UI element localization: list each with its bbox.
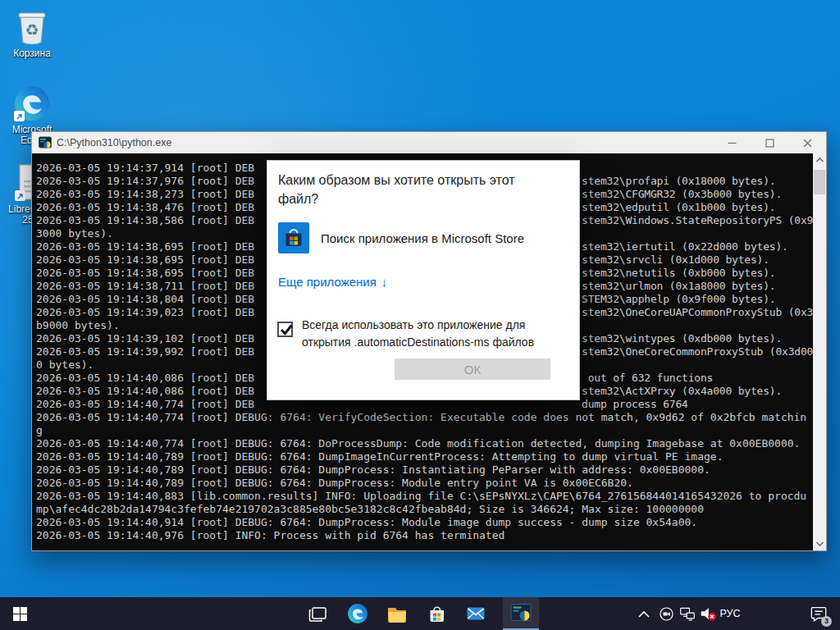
store-option-label: Поиск приложения в Microsoft Store: [321, 231, 524, 245]
maximize-button[interactable]: [751, 132, 788, 153]
notification-badge: 3: [821, 616, 832, 627]
dialog-title: Каким образом вы хотите открыть этот фай…: [278, 171, 541, 208]
desktop-icon-recycle-bin[interactable]: ♻ Корзина: [0, 8, 64, 59]
minimize-icon: [728, 139, 737, 148]
console-line: g: [36, 424, 811, 437]
task-view-button[interactable]: [300, 597, 336, 630]
tray-meet-now-button[interactable]: [655, 597, 677, 630]
task-view-icon: [308, 604, 328, 623]
ok-button[interactable]: ОК: [395, 358, 550, 380]
console-line: 2026-03-05 19:14:40,789 [root] DEBUG: 67…: [36, 450, 811, 463]
recycle-glyph: ♻: [25, 21, 39, 39]
console-titlebar[interactable]: C:\Python310\python.exe: [32, 132, 826, 153]
taskbar-python-console-button[interactable]: [503, 597, 539, 630]
close-icon: [803, 139, 812, 148]
tray-language-indicator[interactable]: РУС: [717, 597, 743, 630]
tray-network-button[interactable]: [677, 597, 698, 630]
checkmark-icon: [277, 321, 295, 339]
more-apps-link[interactable]: Еще приложения↓: [278, 275, 387, 289]
python-console-icon: [510, 602, 532, 623]
shortcut-arrow-icon: [15, 190, 25, 201]
tray-expand-button[interactable]: [633, 597, 655, 630]
volume-muted-icon: [699, 605, 717, 623]
scrollbar[interactable]: [813, 153, 826, 550]
console-line: 2026-03-05 19:14:40,789 [root] DEBUG: 67…: [36, 463, 811, 477]
windows-logo-icon: [13, 607, 27, 621]
always-use-label: Всегда использовать это приложение для о…: [302, 317, 552, 351]
microsoft-store-icon: [427, 604, 447, 624]
mail-icon: [465, 603, 486, 624]
scrollbar-up-icon[interactable]: [813, 153, 826, 167]
network-icon: [679, 605, 696, 622]
tray-volume-button[interactable]: [696, 597, 719, 630]
scrollbar-down-icon[interactable]: [813, 537, 826, 550]
window-title: C:\Python310\python.exe: [57, 132, 171, 153]
taskbar-edge-button[interactable]: [340, 597, 376, 630]
console-line: 2026-03-05 19:14:40,789 [root] DEBUG: 67…: [36, 477, 811, 490]
language-label: РУС: [719, 608, 740, 619]
desktop-icon-label: Корзина: [0, 48, 64, 59]
always-use-checkbox[interactable]: [277, 322, 293, 337]
console-line: 2026-03-05 19:14:40,976 [root] INFO: Pro…: [36, 529, 811, 542]
recycle-bin-icon: ♻: [15, 8, 49, 46]
console-line: 2026-03-05 19:14:40,774 [root] DEBUG: 67…: [36, 411, 811, 424]
taskbar-mail-button[interactable]: [458, 597, 494, 630]
file-explorer-icon: [386, 603, 408, 624]
maximize-icon: [765, 139, 774, 148]
meet-now-icon: [659, 606, 674, 622]
minimize-button[interactable]: [713, 132, 751, 153]
down-arrow-icon: ↓: [381, 275, 388, 289]
microsoft-store-icon: [278, 222, 309, 253]
scrollbar-thumb[interactable]: [814, 170, 825, 194]
console-line: 2026-03-05 19:14:40,914 [root] DEBUG: 67…: [36, 516, 811, 529]
taskbar-explorer-button[interactable]: [379, 597, 415, 630]
console-line: 2026-03-05 19:14:40,774 [root] DEBUG: 67…: [36, 437, 811, 450]
edge-icon: [347, 603, 368, 624]
chevron-up-icon: [638, 610, 650, 618]
more-apps-label: Еще приложения: [278, 275, 377, 289]
start-button[interactable]: [0, 597, 39, 630]
taskbar-store-button[interactable]: [418, 597, 454, 630]
store-option[interactable]: Поиск приложения в Microsoft Store: [278, 221, 565, 254]
shortcut-arrow-icon: [14, 111, 25, 121]
python-console-icon: [39, 136, 52, 149]
console-line: mp\afec4dc28b2da14794c3fefeb74e219702a3c…: [36, 503, 811, 516]
close-button[interactable]: [788, 132, 826, 153]
action-center-button[interactable]: 3: [804, 597, 833, 630]
open-with-dialog: Каким образом вы хотите открыть этот фай…: [267, 160, 580, 400]
console-line: 2026-03-05 19:14:40,883 [lib.common.resu…: [36, 490, 811, 503]
